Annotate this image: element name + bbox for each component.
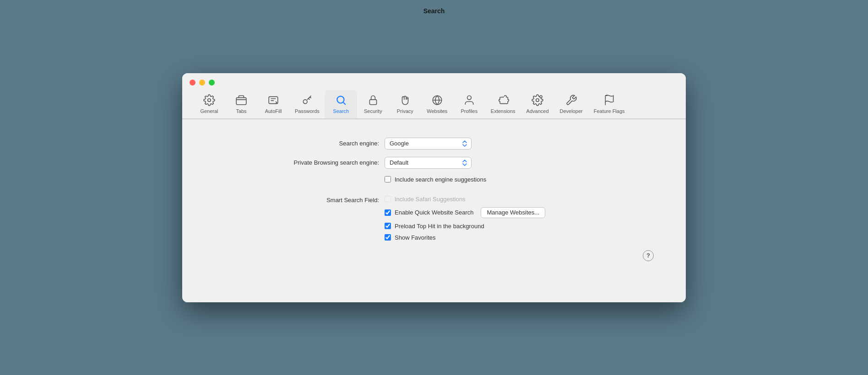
svg-point-8 [536,98,539,102]
private-browsing-label: Private Browsing search engine: [274,159,379,166]
toolbar-item-profiles[interactable]: Profiles [453,90,485,118]
content-footer: ? [210,241,658,261]
globe-icon [431,94,444,107]
toolbar: General Tabs [190,90,678,118]
main-window: Search General [182,73,686,302]
smart-search-options: Include Safari Suggestions Enable Quick … [385,196,545,241]
toolbar-label-search: Search [333,108,349,114]
smart-search-row: Smart Search Field: Include Safari Sugge… [274,196,594,241]
preload-top-hit-label: Preload Top Hit in the background [395,223,484,230]
toolbar-item-extensions[interactable]: Extensions [485,90,521,118]
lock-icon [367,94,380,107]
tabs-icon [235,94,248,107]
search-engine-select-wrapper: Google Bing DuckDuckGo Yahoo [385,138,472,150]
svg-point-3 [303,99,307,103]
window-controls [190,80,215,86]
gear-advanced-icon [531,94,544,107]
maximize-button[interactable] [209,80,215,86]
manage-websites-button[interactable]: Manage Websites... [481,207,545,218]
toolbar-item-tabs[interactable]: Tabs [225,90,257,118]
include-safari-row: Include Safari Suggestions [385,196,545,203]
toolbar-item-passwords[interactable]: Passwords [289,90,325,118]
toolbar-item-search[interactable]: Search [325,90,357,118]
title-bar: Search General [182,73,686,119]
include-suggestions-row: Include search engine suggestions [385,176,594,183]
enable-quick-checkbox[interactable] [385,209,391,216]
search-icon [335,94,347,107]
toolbar-label-extensions: Extensions [491,108,515,114]
toolbar-item-general[interactable]: General [193,90,225,118]
toolbar-label-security: Security [364,108,382,114]
enable-quick-label: Enable Quick Website Search [395,209,473,216]
toolbar-item-advanced[interactable]: Advanced [521,90,554,118]
form-section: Search engine: Google Bing DuckDuckGo Ya… [274,138,594,241]
hand-icon [399,94,412,107]
preload-top-hit-row: Preload Top Hit in the background [385,223,545,230]
toolbar-item-privacy[interactable]: Privacy [389,90,421,118]
private-browsing-row: Private Browsing search engine: Default … [274,157,594,169]
include-suggestions-label: Include search engine suggestions [395,176,486,183]
toolbar-item-developer[interactable]: Developer [554,90,588,118]
wrench-icon [565,94,578,107]
include-safari-checkbox[interactable] [385,196,391,202]
include-suggestions-checkbox[interactable] [385,176,391,182]
toolbar-label-tabs: Tabs [236,108,246,114]
toolbar-label-profiles: Profiles [461,108,477,114]
private-browsing-select[interactable]: Default Google Bing DuckDuckGo [385,157,472,169]
svg-point-10 [540,96,542,97]
toolbar-item-websites[interactable]: Websites [421,90,453,118]
smart-search-label: Smart Search Field: [274,196,379,204]
toolbar-item-security[interactable]: Security [357,90,389,118]
toolbar-label-privacy: Privacy [397,108,413,114]
toolbar-label-autofill: AutoFill [265,108,282,114]
toolbar-item-autofill[interactable]: AutoFill [257,90,289,118]
help-button[interactable]: ? [643,250,654,261]
puzzle-icon [497,94,510,107]
show-favorites-label: Show Favorites [395,234,436,241]
key-icon [301,94,314,107]
toolbar-label-advanced: Advanced [526,108,549,114]
toolbar-label-featureflags: Feature Flags [594,108,625,114]
enable-quick-row: Enable Quick Website Search Manage Websi… [385,207,545,218]
minimize-button[interactable] [199,80,205,86]
search-engine-row: Search engine: Google Bing DuckDuckGo Ya… [274,138,594,150]
toolbar-label-developer: Developer [560,108,583,114]
show-favorites-row: Show Favorites [385,234,545,241]
toolbar-item-featureflags[interactable]: Feature Flags [588,90,630,118]
show-favorites-checkbox[interactable] [385,234,391,241]
svg-rect-1 [236,97,246,104]
person-icon [463,94,476,107]
toolbar-label-websites: Websites [427,108,447,114]
svg-rect-5 [369,99,376,104]
svg-point-0 [208,98,211,102]
preload-top-hit-checkbox[interactable] [385,223,391,229]
gear-icon [203,94,216,107]
toolbar-label-passwords: Passwords [295,108,320,114]
autofill-icon [267,94,280,107]
flag-icon [603,94,616,107]
include-safari-label: Include Safari Suggestions [395,196,466,203]
content-area: Search engine: Google Bing DuckDuckGo Ya… [182,119,686,302]
svg-point-7 [467,96,471,100]
svg-point-4 [337,96,344,103]
close-button[interactable] [190,80,195,86]
toolbar-label-general: General [200,108,218,114]
search-engine-select[interactable]: Google Bing DuckDuckGo Yahoo [385,138,472,150]
private-browsing-select-wrapper: Default Google Bing DuckDuckGo [385,157,472,169]
search-engine-label: Search engine: [274,140,379,147]
